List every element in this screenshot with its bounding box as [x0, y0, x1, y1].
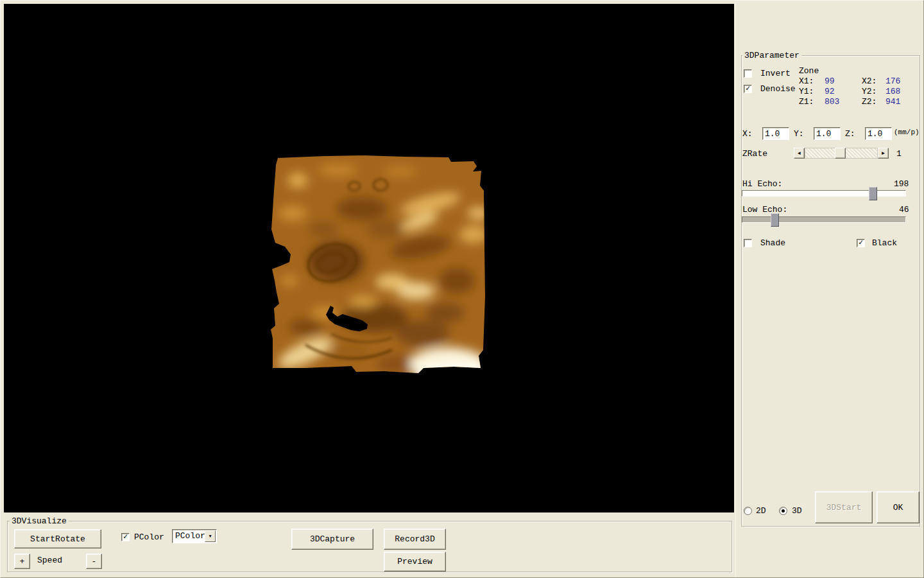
pcolor-label: PColor	[134, 532, 164, 542]
check-icon: ✓	[859, 238, 863, 247]
check-icon: ✓	[123, 532, 128, 541]
zone-z2-value: 941	[886, 97, 900, 107]
zone-x2-value: 176	[886, 76, 900, 86]
parameter-groupbox	[741, 55, 920, 527]
zone-title: Zone	[799, 66, 819, 76]
zrate-value: 1	[896, 149, 902, 159]
visualize-panel: 3DVisualize StartRotate ✓ PColor PColor …	[2, 513, 734, 577]
zone-x1-label: X1:	[799, 76, 814, 86]
3dstart-button[interactable]: 3DStart	[815, 491, 873, 523]
low-echo-slider-thumb[interactable]	[771, 213, 779, 227]
scale-z-input[interactable]	[865, 127, 892, 140]
mode-2d-radio[interactable]	[744, 507, 752, 515]
black-checkbox[interactable]: ✓	[857, 239, 865, 247]
radio-dot-icon	[782, 509, 785, 512]
invert-label: Invert	[760, 69, 791, 78]
speed-minus-button[interactable]: -	[86, 554, 102, 569]
black-label: Black	[872, 238, 897, 248]
mode-3d-radio[interactable]	[779, 507, 787, 515]
scale-x-input[interactable]	[762, 127, 789, 140]
ultrasound-image	[267, 152, 488, 374]
app-window: 3DParameter Invert ✓ Denoise Zone X1: 99…	[0, 0, 924, 578]
check-icon: ✓	[746, 84, 750, 93]
mode-2d-label: 2D	[756, 506, 766, 516]
zone-x2-label: X2:	[862, 76, 877, 86]
parameter-panel: 3DParameter Invert ✓ Denoise Zone X1: 99…	[735, 2, 922, 577]
scale-x-label: X:	[742, 129, 753, 139]
ok-button[interactable]: OK	[877, 491, 920, 523]
shade-checkbox[interactable]	[744, 239, 752, 247]
zrate-scrollbar[interactable]: ◄ ►	[794, 148, 889, 159]
invert-checkbox[interactable]	[744, 69, 752, 78]
zone-z2-label: Z2:	[862, 97, 877, 107]
speed-plus-button[interactable]: +	[14, 554, 30, 569]
zone-y1-value: 92	[825, 87, 835, 96]
hi-echo-slider-thumb[interactable]	[869, 187, 877, 200]
hi-echo-value: 198	[894, 179, 909, 189]
hi-echo-label: Hi Echo:	[742, 179, 782, 189]
scale-z-label: Z:	[845, 129, 855, 139]
zone-z1-value: 803	[825, 97, 839, 107]
scale-unit-label: (mm/p)	[894, 128, 920, 137]
denoise-checkbox[interactable]: ✓	[744, 85, 752, 93]
zrate-scroll-thumb[interactable]	[835, 148, 846, 159]
zone-x1-value: 99	[825, 76, 835, 86]
low-echo-label: Low Echo:	[742, 205, 787, 215]
zrate-scroll-right-icon[interactable]: ►	[878, 148, 889, 159]
pcolor-dropdown-value: PColor	[175, 531, 205, 541]
shade-label: Shade	[760, 238, 785, 248]
3dcapture-button[interactable]: 3DCapture	[291, 529, 373, 550]
scale-y-input[interactable]	[814, 127, 841, 140]
3d-viewport[interactable]	[4, 4, 734, 512]
low-echo-value: 46	[899, 205, 909, 215]
scale-y-label: Y:	[794, 129, 804, 139]
speed-label: Speed	[37, 556, 62, 565]
start-rotate-button[interactable]: StartRotate	[14, 529, 101, 548]
mode-3d-label: 3D	[792, 506, 802, 516]
hi-echo-track[interactable]	[742, 190, 906, 197]
record3d-button[interactable]: Record3D	[384, 529, 446, 550]
pcolor-dropdown[interactable]: PColor ▼	[172, 529, 217, 543]
denoise-label: Denoise	[760, 84, 796, 94]
ultrasound-3d-render[interactable]	[267, 152, 488, 374]
zone-y2-label: Y2:	[862, 87, 877, 96]
zrate-label: ZRate	[742, 149, 767, 159]
zrate-scroll-left-icon[interactable]: ◄	[794, 148, 805, 159]
low-echo-track[interactable]	[742, 216, 906, 223]
visualize-group-title: 3DVisualize	[10, 516, 69, 526]
dropdown-arrow-icon[interactable]: ▼	[205, 530, 216, 542]
zone-y1-label: Y1:	[799, 87, 814, 96]
zone-y2-value: 168	[886, 87, 900, 96]
parameter-group-title: 3DParameter	[742, 51, 801, 60]
zone-z1-label: Z1:	[799, 97, 814, 107]
pcolor-checkbox[interactable]: ✓	[121, 533, 130, 541]
preview-button[interactable]: Preview	[384, 552, 446, 572]
